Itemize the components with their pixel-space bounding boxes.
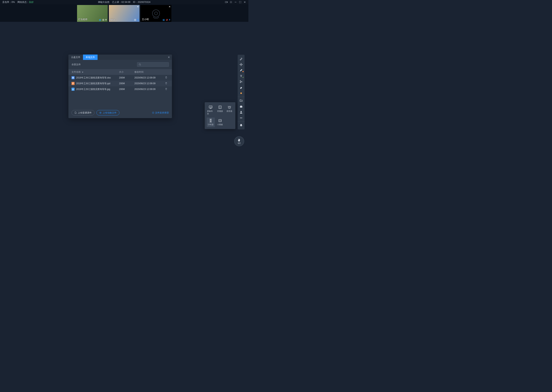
top-bar: 丢包率：0% 网络状态：良好 神秘大自然 已上课：02:34:09 ID：202…: [0, 0, 248, 4]
text-tool[interactable]: T: [238, 73, 245, 79]
file-time: 2020/06/23 12:09:09: [134, 82, 165, 85]
color-tool[interactable]: [238, 90, 245, 96]
toolbox-popover: 屏幕共享 A✓B✗答题器 抢答器 计时器 2+3小黑板: [205, 102, 235, 129]
filetype-image-icon: ▲: [72, 88, 74, 91]
mic-icon: [105, 19, 107, 21]
svg-point-24: [240, 111, 242, 112]
file-row[interactable]: P 2019年工作汇报情况查询等等.ppt 200M 2020/06/23 12…: [68, 81, 172, 86]
laser-tool[interactable]: [238, 56, 245, 62]
close-icon[interactable]: [243, 1, 246, 3]
mic-icon: [137, 19, 139, 21]
hand-icon: [238, 138, 241, 142]
file-size: 200M: [119, 88, 134, 91]
file-name: 2019年工作汇报情况查询等等.doc: [76, 76, 119, 79]
svg-point-1: [231, 2, 231, 2]
file-name: 2019年工作汇报情况查询等等.ppt: [76, 82, 119, 85]
file-row[interactable]: W 2019年工作汇报情况查询等等.doc 200M 2020/06/23 12…: [68, 75, 172, 81]
all-files-label[interactable]: 全部文件: [72, 63, 81, 66]
bell-tool[interactable]: [238, 121, 245, 128]
upload-anim-button[interactable]: 上传动效文件: [96, 110, 119, 115]
svg-point-26: [241, 118, 241, 118]
video-strip: 叮当老师 ✕ Nina ✕ 王小明: [0, 4, 248, 22]
svg-text:2+3: 2+3: [219, 120, 221, 121]
dialog-tabs: 云盘文件 本地文件 ✕: [68, 55, 172, 60]
col-size[interactable]: 大小: [119, 70, 134, 74]
duration-value: 02:34:09: [121, 1, 130, 3]
close-tile-icon[interactable]: ✕: [169, 5, 171, 8]
svg-point-15: [139, 64, 141, 65]
network-value: 良好: [29, 1, 34, 3]
folder-tool[interactable]: [238, 97, 245, 104]
table-header: 文件名称 大小 修改时间: [68, 69, 172, 75]
dialog-close-icon[interactable]: ✕: [168, 56, 170, 59]
camera-icon: [134, 19, 136, 21]
file-dialog: 云盘文件 本地文件 ✕ 全部文件 文件名称 大小 修改时间 W 2019年工作汇…: [68, 55, 172, 118]
play-icon: [99, 112, 102, 114]
scissors-tool[interactable]: [238, 79, 245, 84]
delete-icon[interactable]: [165, 88, 169, 91]
record-icon[interactable]: [225, 1, 228, 3]
support-link[interactable]: 文件支持类型: [152, 111, 169, 114]
mic-icon: [169, 19, 171, 21]
tab-cloud[interactable]: 云盘文件: [68, 55, 83, 60]
filetype-doc-icon: W: [72, 76, 74, 79]
pop-buzzer[interactable]: 抢答器: [225, 104, 233, 116]
packet-loss-label: 丢包率：: [2, 1, 12, 3]
minimize-icon[interactable]: [234, 1, 237, 3]
file-time: 2020/06/23 12:09:09: [134, 76, 165, 79]
file-size: 200M: [119, 82, 134, 85]
delete-icon[interactable]: [165, 76, 169, 79]
timer-icon: [209, 119, 213, 123]
participant-name: 王小明: [142, 18, 149, 21]
pop-timer[interactable]: 计时器: [207, 118, 215, 127]
upload-normal-button[interactable]: 上传普通课件: [72, 110, 94, 115]
col-time[interactable]: 修改时间: [134, 70, 165, 74]
participant-tile[interactable]: ✕ 王小明: [141, 5, 171, 22]
participant-tile[interactable]: 叮当老师: [77, 5, 108, 22]
svg-point-27: [242, 118, 242, 118]
hand-count: 0/2: [238, 142, 240, 144]
chat-tool[interactable]: [238, 115, 245, 121]
file-time: 2020/06/23 12:09:09: [134, 88, 165, 91]
close-tile-icon[interactable]: ✕: [137, 5, 139, 8]
svg-rect-23: [240, 106, 242, 108]
network-label: 网络状态：: [17, 1, 29, 3]
tab-local[interactable]: 本地文件: [83, 55, 98, 60]
user-tool[interactable]: [238, 109, 245, 115]
delete-icon[interactable]: [165, 82, 169, 85]
gear-icon[interactable]: [230, 1, 232, 3]
quiz-icon: A✓B✗: [218, 105, 222, 109]
id-value: 2020070324: [138, 1, 151, 3]
svg-text:B: B: [219, 107, 220, 108]
file-row[interactable]: ▲ 2019年工作汇报情况查询等等.jpg 200M 2020/06/23 12…: [68, 86, 172, 92]
filetype-ppt-icon: P: [72, 82, 74, 85]
toolbox-tool[interactable]: [238, 104, 245, 109]
col-name: 文件名称: [72, 71, 81, 73]
info-icon: [152, 112, 154, 114]
file-size: 200M: [119, 76, 134, 79]
svg-rect-28: [209, 106, 212, 108]
board-icon: 2+3: [218, 119, 222, 123]
sort-icon: [82, 72, 83, 73]
right-toolbar: T: [238, 55, 245, 129]
participant-name: Nina: [110, 18, 115, 21]
camera-muted-icon: [166, 19, 168, 21]
search-input[interactable]: [137, 62, 169, 67]
pop-board[interactable]: 2+3小黑板: [216, 118, 224, 127]
file-name: 2019年工作汇报情况查询等等.jpg: [76, 88, 119, 91]
pen-tool[interactable]: [238, 67, 245, 73]
camera-off-icon: [152, 10, 160, 17]
svg-rect-14: [169, 19, 170, 20]
pop-screen-share[interactable]: 屏幕共享: [207, 104, 215, 116]
hand-raise-button[interactable]: 0/2: [234, 136, 244, 146]
svg-rect-0: [225, 1, 227, 3]
move-tool[interactable]: [238, 62, 245, 67]
eraser-tool[interactable]: [238, 84, 245, 90]
camera-icon: [102, 19, 104, 21]
pop-quiz[interactable]: A✓B✗答题器: [216, 104, 224, 116]
participant-name: 叮当老师: [78, 18, 87, 21]
svg-line-13: [166, 19, 168, 21]
maximize-icon[interactable]: [239, 1, 241, 3]
participant-tile[interactable]: ✕ Nina: [109, 5, 139, 22]
file-icon: [74, 112, 77, 114]
